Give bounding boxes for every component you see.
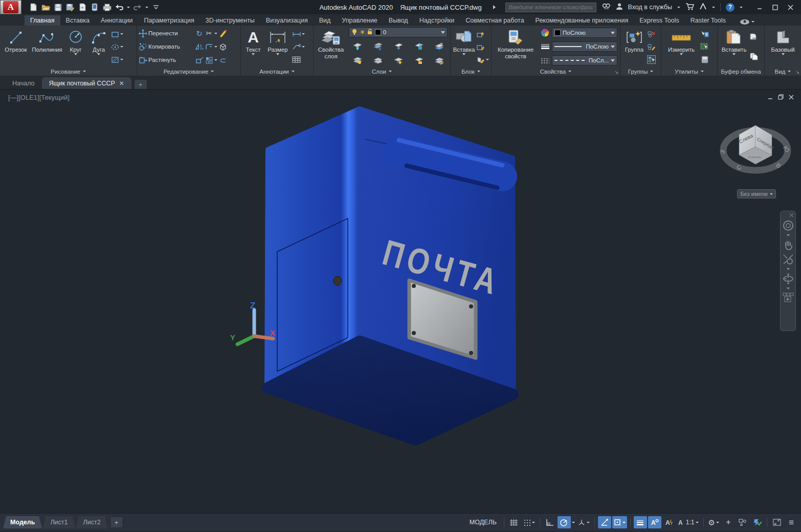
leader-icon[interactable] xyxy=(292,42,301,51)
application-menu-button[interactable]: A xyxy=(0,0,21,14)
cut-icon[interactable]: ✂ xyxy=(749,33,758,41)
sign-in-dropdown-icon[interactable] xyxy=(677,7,680,8)
viewport-controls-label[interactable]: [—][OLE1][Текущий] xyxy=(8,94,70,101)
viewcube[interactable]: З Ю С В Слева Спереди Снизу xyxy=(719,125,791,172)
grid-toggle[interactable] xyxy=(507,516,521,528)
explode-icon[interactable] xyxy=(218,42,227,51)
ellipse-icon[interactable] xyxy=(110,42,119,51)
search-icon[interactable] xyxy=(602,3,611,12)
select-window-icon[interactable] xyxy=(700,42,709,51)
scale-icon[interactable] xyxy=(195,56,204,64)
ortho-toggle[interactable] xyxy=(543,516,557,528)
match-properties-button[interactable]: Копирование свойств xyxy=(493,27,538,67)
layer-freeze-tool-icon[interactable]: ❄ xyxy=(394,42,403,51)
polyline-button[interactable]: Полилиния xyxy=(30,27,64,67)
dimension-dropdown-icon[interactable] xyxy=(276,53,279,55)
app-store-cart-icon[interactable] xyxy=(685,3,694,12)
paste-button[interactable]: Вставить xyxy=(719,27,749,67)
tab-raster-tools[interactable]: Raster Tools xyxy=(685,15,731,26)
view-dialog-launcher-icon[interactable]: ↘ xyxy=(795,70,799,75)
doc-restore-icon[interactable] xyxy=(778,93,784,102)
doc-minimize-icon[interactable] xyxy=(768,93,773,102)
group-edit-icon[interactable] xyxy=(647,42,656,51)
help-dropdown-icon[interactable] xyxy=(740,7,743,8)
linear-dim-icon[interactable] xyxy=(292,30,301,38)
orbit-dropdown-icon[interactable] xyxy=(787,287,790,290)
layer-thaw-icon[interactable] xyxy=(394,56,403,65)
apps-dropdown-icon[interactable] xyxy=(712,7,715,8)
undo-dropdown-icon[interactable] xyxy=(127,7,130,8)
block-editor-icon[interactable] xyxy=(476,55,485,64)
annotation-autoscale-toggle[interactable]: A xyxy=(662,516,676,528)
circle-dropdown-icon[interactable] xyxy=(74,53,77,55)
arc-button[interactable]: Дуга xyxy=(87,27,110,67)
isolate-objects-button[interactable] xyxy=(736,516,749,528)
maximize-button[interactable] xyxy=(768,2,782,12)
redo-dropdown-icon[interactable] xyxy=(145,7,148,8)
lineweight-toggle[interactable] xyxy=(634,516,647,528)
layer-properties-button[interactable]: Свойства слоя xyxy=(315,27,347,67)
tab-view[interactable]: Вид xyxy=(314,15,337,26)
tab-home[interactable]: Главная xyxy=(25,15,60,26)
drawing-viewport[interactable]: [—][OLE1][Текущий] xyxy=(0,90,801,513)
rotate-icon[interactable]: ↻ xyxy=(195,29,204,38)
object-color-combo[interactable]: ПоСлою xyxy=(552,28,617,38)
layout-tab-model[interactable]: Модель xyxy=(3,516,42,528)
layer-lock-tool-icon[interactable] xyxy=(414,42,423,51)
help-icon[interactable]: ? xyxy=(726,3,735,12)
new-drawing-tab-button[interactable]: + xyxy=(135,80,147,89)
object-snap-tracking-toggle[interactable] xyxy=(598,516,611,528)
viewcube-view-name[interactable]: Без имени xyxy=(737,189,776,198)
navigation-bar[interactable] xyxy=(780,211,796,331)
panel-title-layers[interactable]: Слои xyxy=(314,67,450,76)
measure-button[interactable]: Измерить xyxy=(663,27,700,67)
group-selection-icon[interactable] xyxy=(647,55,656,64)
insert-block-button[interactable]: Вставка xyxy=(452,27,476,67)
tab-insert[interactable]: Вставка xyxy=(60,15,95,26)
lineweight-combo[interactable]: ПоСлою xyxy=(552,41,617,52)
showmotion-icon[interactable] xyxy=(783,293,794,303)
save-icon[interactable] xyxy=(53,3,62,12)
hatch-icon[interactable] xyxy=(110,55,119,64)
layer-current-icon[interactable] xyxy=(373,56,382,65)
base-view-button[interactable]: Базовый xyxy=(768,27,798,67)
tab-addins[interactable]: Надстройки xyxy=(414,15,460,26)
close-button[interactable] xyxy=(784,2,797,12)
autodesk-apps-icon[interactable] xyxy=(699,3,707,11)
help-search-box[interactable] xyxy=(505,3,596,12)
mirror-icon[interactable] xyxy=(195,42,204,51)
layer-off-icon[interactable] xyxy=(353,56,362,65)
mailbox-model[interactable]: ПОЧТА xyxy=(266,108,514,440)
transfer-icon[interactable] xyxy=(90,3,99,12)
panel-title-draw[interactable]: Рисование xyxy=(0,67,137,76)
rectangle-icon[interactable] xyxy=(110,30,119,38)
panel-title-utilities[interactable]: Утилиты xyxy=(661,67,717,76)
rectangle-dropdown-icon[interactable] xyxy=(120,33,123,35)
circle-button[interactable]: Круг xyxy=(64,27,87,67)
workspace-switcher[interactable]: ⚙ xyxy=(707,516,721,528)
polar-dropdown-icon[interactable] xyxy=(572,522,575,523)
plot-icon[interactable] xyxy=(102,3,112,12)
pan-icon[interactable] xyxy=(783,239,793,251)
linear-dim-dropdown-icon[interactable] xyxy=(302,33,305,35)
trim-icon[interactable]: ✂ xyxy=(205,29,213,38)
file-tab-close-icon[interactable]: ✕ xyxy=(119,80,124,87)
redo-icon[interactable] xyxy=(133,3,142,12)
tab-parametric[interactable]: Параметризация xyxy=(139,15,200,26)
block-editor-dropdown-icon[interactable] xyxy=(486,59,489,60)
navigation-wheel-icon[interactable] xyxy=(783,220,794,231)
lineweight-list-icon[interactable] xyxy=(541,42,549,51)
customization-menu-button[interactable]: ≡ xyxy=(785,516,798,528)
annotation-monitor-toggle[interactable]: + xyxy=(722,516,735,528)
properties-dialog-launcher-icon[interactable]: ↘ xyxy=(614,70,618,75)
new-file-icon[interactable] xyxy=(29,3,38,12)
export-icon[interactable] xyxy=(78,3,87,12)
panel-title-groups[interactable]: Группы xyxy=(620,67,661,76)
panel-title-view[interactable]: Вид↘ xyxy=(765,67,801,76)
quick-select-icon[interactable] xyxy=(700,30,709,38)
snap-toggle[interactable] xyxy=(522,516,537,528)
sign-in-label[interactable]: Вход в службы xyxy=(628,4,672,11)
color-wheel-icon[interactable] xyxy=(541,28,549,37)
file-tab-start[interactable]: Начало xyxy=(5,77,42,89)
linetype-combo[interactable]: ПоСл... xyxy=(552,55,617,65)
